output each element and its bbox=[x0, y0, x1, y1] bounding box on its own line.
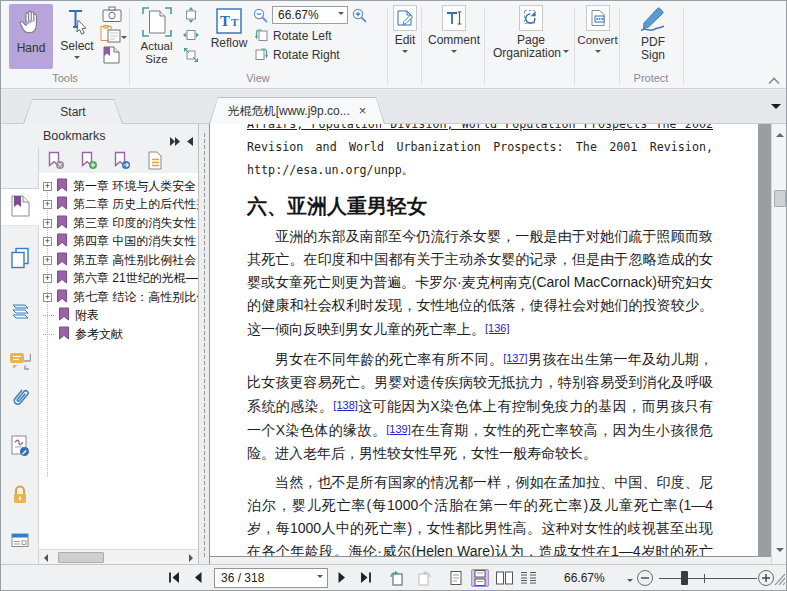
actual-size-icon bbox=[142, 7, 172, 40]
select-dropdown-arrow bbox=[74, 56, 80, 62]
fit-page-button[interactable] bbox=[183, 27, 199, 46]
previous-page-button[interactable] bbox=[192, 571, 203, 584]
tab-start-label: Start bbox=[60, 105, 85, 119]
panel-horizontal-scrollbar[interactable] bbox=[39, 549, 198, 564]
tab-start[interactable]: Start bbox=[23, 99, 123, 124]
bookmarks-rail-icon[interactable] bbox=[9, 194, 31, 218]
page-organization-menu-button[interactable]: Page Organization bbox=[488, 5, 574, 60]
next-page-button[interactable] bbox=[337, 571, 348, 584]
vertical-scroll-thumb[interactable] bbox=[774, 190, 786, 207]
actual-size-button[interactable]: Actual Size bbox=[134, 4, 179, 70]
bookmark-label: 第四章 中国的消失女性 bbox=[73, 233, 196, 250]
tab-document[interactable]: 光棍危机[www.j9p.co... × bbox=[209, 97, 385, 124]
expander-icon[interactable]: + bbox=[43, 237, 52, 246]
scroll-right-arrow-icon[interactable] bbox=[189, 554, 193, 562]
signatures-rail-icon[interactable] bbox=[9, 434, 31, 458]
zoom-level-combobox[interactable]: 66.67% bbox=[272, 6, 348, 24]
collapse-bookmarks-button[interactable] bbox=[47, 151, 65, 174]
scroll-left-arrow-icon[interactable] bbox=[44, 554, 48, 562]
bookmark-item[interactable]: + 第五章 高性别比例社会 bbox=[39, 251, 198, 269]
footnote-link-136[interactable]: [136] bbox=[485, 322, 509, 334]
convert-menu-button[interactable]: Convert bbox=[576, 5, 619, 56]
expander-icon[interactable]: + bbox=[43, 256, 52, 265]
vertical-scrollbar[interactable] bbox=[771, 124, 787, 566]
zoom-in-circle-button[interactable] bbox=[758, 570, 774, 586]
tree-stub-line bbox=[43, 334, 54, 335]
first-page-button[interactable] bbox=[167, 571, 181, 584]
expander-icon[interactable]: + bbox=[43, 293, 52, 302]
bookmark-item[interactable]: + 第一章 环境与人类安全 bbox=[39, 177, 198, 195]
pdf-sign-button[interactable]: PDF Sign bbox=[627, 4, 679, 62]
bookmark-item[interactable]: + 第二章 历史上的后代性别选择 bbox=[39, 196, 198, 214]
expander-icon[interactable]: + bbox=[43, 200, 52, 209]
attachments-rail-icon[interactable] bbox=[9, 386, 31, 410]
next-view-button[interactable] bbox=[416, 570, 432, 586]
zoom-in-button[interactable] bbox=[352, 8, 367, 26]
fit-visible-button[interactable] bbox=[183, 47, 199, 66]
facing-view-button[interactable] bbox=[495, 569, 513, 587]
tab-list-dropdown-icon[interactable] bbox=[771, 104, 781, 114]
scroll-up-arrow-icon[interactable] bbox=[776, 133, 784, 137]
horizontal-scroll-thumb[interactable] bbox=[58, 552, 104, 563]
bookmark-item[interactable]: + 第三章 印度的消失女性 bbox=[39, 214, 198, 232]
expander-icon[interactable]: + bbox=[43, 274, 52, 283]
fields-rail-icon[interactable] bbox=[9, 528, 31, 552]
resize-grip-icon[interactable] bbox=[774, 572, 786, 590]
clipboard-button[interactable] bbox=[100, 25, 127, 46]
page-number-box[interactable]: 36 / 318 bbox=[214, 568, 328, 588]
tab-close-icon[interactable]: × bbox=[359, 106, 367, 116]
goto-bookmark-button[interactable] bbox=[113, 151, 131, 174]
footnote-link-138[interactable]: [138] bbox=[333, 399, 357, 411]
actual-size-label: Actual Size bbox=[136, 40, 178, 66]
status-zoom-dropdown-arrow[interactable] bbox=[627, 579, 633, 585]
bookmark-item[interactable]: + 第四章 中国的消失女性 bbox=[39, 233, 198, 251]
add-bookmark-button[interactable] bbox=[80, 151, 98, 174]
previous-view-button[interactable] bbox=[389, 570, 405, 586]
expand-panel-icon[interactable] bbox=[169, 132, 181, 150]
bookmark-item[interactable]: 参考文献 bbox=[39, 325, 198, 343]
select-tool-button[interactable]: Select bbox=[56, 4, 98, 69]
collapse-ribbon-button[interactable] bbox=[767, 74, 781, 88]
hand-tool-button[interactable]: Hand bbox=[9, 4, 53, 69]
continuous-facing-view-button[interactable] bbox=[519, 569, 537, 587]
bookmark-item[interactable]: + 第六章 21世纪的光棍——亚洲 bbox=[39, 270, 198, 288]
ribbon-divider bbox=[484, 7, 485, 85]
comment-menu-button[interactable]: Comment bbox=[425, 5, 483, 56]
zoom-slider-handle[interactable] bbox=[681, 571, 688, 585]
paragraph-3: 当然，也不是所有国家的情况都一样，例如在孟加拉、中国、印度、尼泊尔，婴儿死亡率(… bbox=[247, 471, 713, 557]
last-page-button[interactable] bbox=[359, 571, 373, 584]
edit-menu-button[interactable]: Edit bbox=[390, 5, 420, 56]
bookmark-item[interactable]: + 第七章 结论：高性别比例 bbox=[39, 288, 198, 306]
pages-rail-icon[interactable] bbox=[9, 246, 31, 270]
bookmark-item[interactable]: 附表 bbox=[39, 307, 198, 325]
panel-splitter[interactable] bbox=[198, 124, 210, 566]
bookmark-label: 第六章 21世纪的光棍——亚洲 bbox=[73, 270, 198, 287]
continuous-view-button[interactable] bbox=[471, 569, 489, 587]
reflow-button[interactable]: TT Reflow bbox=[207, 4, 251, 66]
bookmarks-tree: + 第一章 环境与人类安全 + 第二章 历史上的后代性别选择 + 第三章 印度的… bbox=[39, 173, 198, 549]
rotate-right-button[interactable]: Rotate Right bbox=[254, 46, 340, 64]
collapse-panel-icon[interactable] bbox=[186, 132, 193, 150]
security-rail-icon[interactable] bbox=[9, 482, 31, 506]
comments-rail-icon[interactable] bbox=[9, 349, 31, 373]
layers-rail-icon[interactable] bbox=[9, 298, 31, 322]
zoom-level-value: 66.67% bbox=[278, 8, 319, 22]
zoom-out-circle-button[interactable] bbox=[637, 570, 653, 586]
bookmark-page-button[interactable] bbox=[103, 46, 120, 67]
single-page-view-button[interactable] bbox=[447, 569, 465, 587]
footnote-link-139[interactable]: [139] bbox=[386, 423, 410, 435]
footnote-link-137[interactable]: [137] bbox=[503, 352, 527, 364]
scroll-down-arrow-icon[interactable] bbox=[776, 548, 784, 552]
snapshot-button[interactable] bbox=[102, 6, 122, 26]
zoom-slider-track[interactable] bbox=[659, 578, 757, 579]
hand-label: Hand bbox=[17, 42, 46, 55]
expander-icon[interactable]: + bbox=[43, 219, 52, 228]
status-zoom-value[interactable]: 66.67% bbox=[564, 571, 605, 585]
fit-width-button[interactable] bbox=[183, 7, 199, 26]
tree-stub-line bbox=[43, 315, 54, 316]
zoom-out-button[interactable] bbox=[253, 8, 268, 26]
expander-icon[interactable]: + bbox=[43, 182, 52, 191]
rotate-left-button[interactable]: Rotate Left bbox=[254, 27, 332, 45]
clipboard-dropdown-arrow bbox=[121, 36, 127, 42]
bookmark-level-button[interactable] bbox=[147, 151, 163, 174]
